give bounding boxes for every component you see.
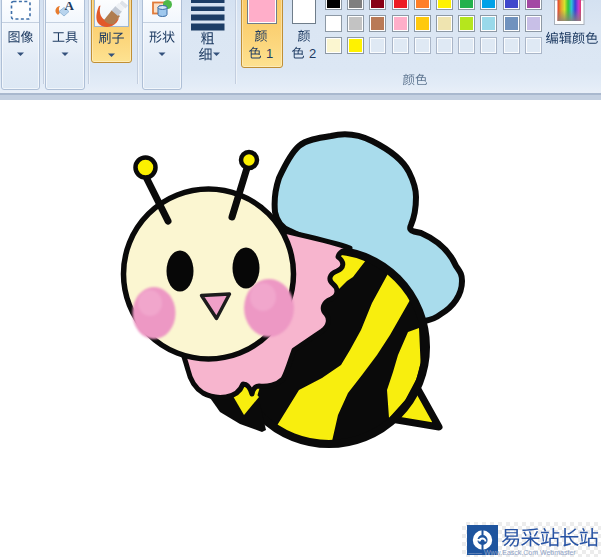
svg-text:A: A [65, 0, 75, 13]
svg-text:2: 2 [309, 46, 316, 61]
svg-text:1: 1 [266, 46, 273, 61]
